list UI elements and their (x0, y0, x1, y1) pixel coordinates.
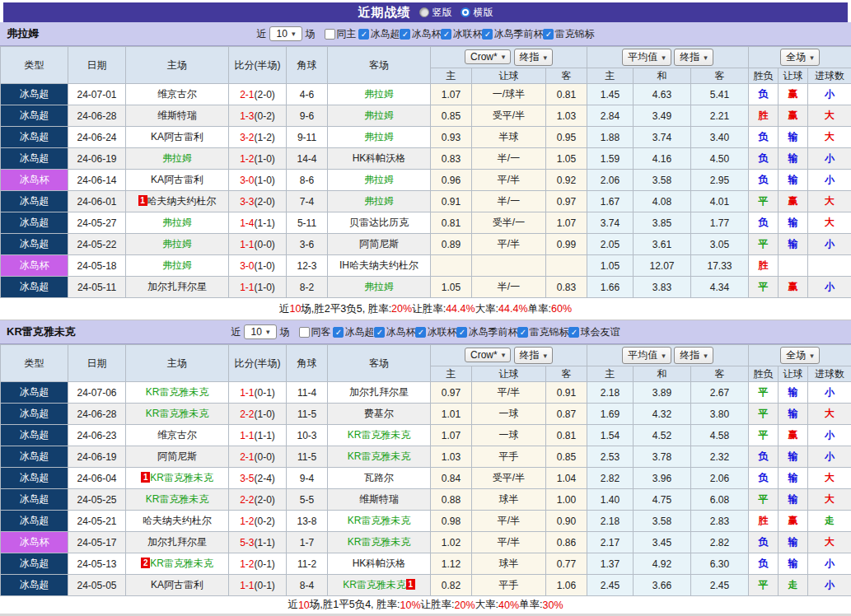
red-card-badge: 1 (141, 472, 150, 483)
match-score: 3-2(1-2) (229, 127, 287, 148)
away-team: KR雷克雅未克 (328, 511, 431, 532)
competition-checkbox[interactable]: ✓冰岛超 (333, 325, 374, 339)
match-date: 24-05-13 (68, 553, 126, 575)
away-odds: 0.85 (546, 446, 587, 468)
subcol-handicap: 让球 (472, 68, 546, 84)
layout-horizontal-radio[interactable]: 横版 (461, 6, 493, 20)
same-away-checkbox[interactable]: 同客 (299, 325, 330, 339)
same-home-checkbox[interactable]: 同主 (325, 27, 356, 41)
checkbox-checked-icon: ✓ (482, 29, 493, 40)
match-score: 2-1(2-0) (229, 84, 287, 105)
result-outcome: 平 (749, 489, 779, 511)
handicap-line: 受平/半 (472, 468, 546, 489)
avg-away-odds: 2.83 (691, 511, 749, 532)
scope-select[interactable]: 全场▾ (780, 49, 820, 66)
team1-filter-controls: 近 10 ▾ 场 同主 ✓冰岛超✓冰岛杯✓冰联杯✓冰岛季前杯✓雷克锦标 (0, 26, 851, 41)
home-team-name: KA阿古雷利 (151, 131, 203, 142)
home-team-name: 阿简尼斯 (157, 450, 197, 462)
games-count-select[interactable]: 10 ▾ (244, 324, 278, 339)
summary-value: 40% (498, 600, 519, 611)
away-team: KR雷克雅未克1 (328, 575, 431, 596)
scope-group-header: 全场▾ (749, 345, 851, 366)
home-odds: 0.97 (431, 382, 472, 404)
match-type: 冰岛超 (1, 212, 68, 234)
corner-count: 5-11 (287, 212, 328, 234)
col-score: 比分(半场) (229, 345, 287, 382)
result-outcome: 平 (749, 191, 779, 212)
match-date: 24-05-25 (68, 489, 126, 511)
subcol-draw-avg: 和 (634, 366, 691, 382)
result-handicap: 赢 (779, 105, 808, 127)
odds-provider-select[interactable]: Crow*▾ (465, 348, 511, 362)
home-team: KR雷克雅未克 (126, 489, 229, 511)
avg-stage-select[interactable]: 终指▾ (674, 49, 713, 66)
handicap-line: 平/半 (472, 511, 546, 532)
competition-checkbox[interactable]: ✓冰联杯 (441, 27, 482, 41)
fulltime-score: 3-0 (240, 175, 254, 186)
fulltime-score: 5-3 (240, 537, 254, 548)
avg-odds-select[interactable]: 平均值▾ (622, 347, 671, 364)
checkbox-checked-icon: ✓ (400, 29, 410, 40)
scope-select[interactable]: 全场▾ (780, 347, 820, 364)
competition-checkbox[interactable]: ✓冰岛季前杯 (456, 325, 517, 339)
fulltime-score: 1-4 (240, 217, 254, 229)
competition-checkbox[interactable]: ✓雷克锦标 (543, 27, 594, 41)
competition-checkbox[interactable]: ✓球会友谊 (568, 325, 620, 339)
match-type: 冰岛超 (1, 404, 68, 425)
chevron-down-icon: ▾ (266, 328, 270, 336)
avg-draw-odds: 3.96 (634, 468, 691, 489)
games-count-select[interactable]: 10 ▾ (269, 26, 303, 41)
home-odds: 1.07 (431, 425, 472, 446)
match-score: 1-2(1-0) (229, 148, 287, 170)
away-team: HK科帕沃格 (328, 148, 431, 170)
avg-draw-odds: 4.32 (634, 404, 691, 425)
summary-label: 近 (288, 598, 298, 612)
match-type: 冰岛超 (1, 84, 68, 105)
result-goals: 小 (808, 170, 851, 191)
away-team-name: HK科帕沃格 (353, 152, 406, 164)
away-odds: 1.05 (546, 148, 587, 170)
away-team: KR雷克雅未克 (328, 532, 431, 553)
match-type: 冰岛超 (1, 425, 68, 446)
away-team-name: HK科帕沃格 (353, 558, 406, 569)
odds-stage-select[interactable]: 终指▾ (514, 347, 554, 364)
fulltime-score: 2-1 (240, 89, 254, 100)
subcol-home-avg: 主 (587, 68, 634, 84)
subcol-home-odds: 主 (431, 68, 472, 84)
match-date: 24-05-05 (68, 575, 126, 596)
competition-checkbox[interactable]: ✓冰岛超 (358, 27, 400, 41)
odds-provider-select[interactable]: Crow*▾ (465, 49, 511, 64)
competition-checkbox[interactable]: ✓雷克锦标 (517, 325, 568, 339)
checkbox-checked-icon: ✓ (456, 327, 467, 338)
away-odds: 0.99 (546, 234, 587, 255)
competition-checkboxes: ✓冰岛超✓冰岛杯✓冰联杯✓冰岛季前杯✓雷克锦标 (358, 27, 594, 41)
result-goals: 大 (808, 532, 851, 553)
radio-vertical-label: 竖版 (433, 6, 452, 20)
avg-away-odds: 4.01 (691, 191, 749, 212)
summary-value: 10% (400, 600, 421, 611)
match-row: 冰岛杯24-05-17加尔扎拜尔星5-3(1-1)1-7KR雷克雅未克1.02平… (1, 532, 851, 553)
avg-draw-odds: 3.89 (634, 382, 691, 404)
avg-odds-select[interactable]: 平均值▾ (622, 49, 671, 66)
match-score: 3-0(1-0) (229, 255, 287, 277)
competition-checkbox[interactable]: ✓冰联杯 (415, 325, 456, 339)
result-handicap: 输 (779, 404, 808, 425)
competition-checkbox[interactable]: ✓冰岛季前杯 (482, 27, 543, 41)
checkbox-checked-icon: ✓ (517, 327, 528, 338)
avg-away-odds: 4.58 (691, 425, 749, 446)
avg-odds-group-header: 平均值▾ 终指▾ (587, 47, 749, 68)
result-goals: 小 (808, 382, 851, 404)
result-goals: 小 (808, 425, 851, 446)
summary-label: 场,胜1平5负4, 胜率: (310, 598, 400, 612)
competition-checkbox[interactable]: ✓冰岛杯 (400, 27, 441, 41)
recent-label: 近 (257, 27, 267, 41)
away-odds: 0.86 (546, 532, 587, 553)
corner-count: 4-6 (287, 84, 328, 105)
match-date: 24-05-11 (68, 277, 126, 298)
competition-checkbox[interactable]: ✓冰岛杯 (374, 325, 415, 339)
avg-home-odds: 1.67 (587, 191, 634, 212)
subcol-away-avg: 客 (691, 366, 749, 382)
avg-stage-select[interactable]: 终指▾ (674, 347, 713, 364)
layout-vertical-radio[interactable]: 竖版 (419, 6, 452, 20)
odds-stage-select[interactable]: 终指▾ (514, 49, 554, 66)
